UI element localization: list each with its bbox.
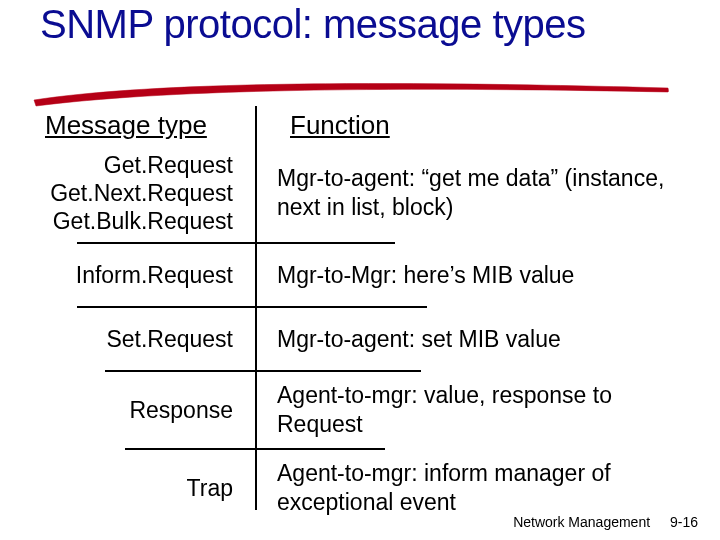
msg-func-cell: Mgr-to-agent: set MIB value (255, 325, 700, 354)
table-row: Set.Request Mgr-to-agent: set MIB value (0, 314, 720, 364)
msg-func-cell: Mgr-to-agent: “get me data” (instance, n… (255, 164, 700, 222)
page-title: SNMP protocol: message types (40, 2, 586, 47)
table-row: Trap Agent-to-mgr: inform manager of exc… (0, 456, 720, 520)
slide-footer: Network Management 9-16 (513, 514, 698, 530)
table-row: Get.RequestGet.Next.RequestGet.Bulk.Requ… (0, 150, 720, 236)
row-underline (0, 242, 720, 244)
title-underline-swoosh (32, 80, 672, 110)
header-function: Function (255, 110, 720, 141)
msg-type-cell: Trap (0, 474, 255, 502)
table-row: Response Agent-to-mgr: value, response t… (0, 378, 720, 442)
msg-type-cell: Inform.Request (0, 261, 255, 289)
row-underline (0, 448, 720, 450)
footer-chapter: Network Management (513, 514, 650, 530)
header-message-type: Message type (0, 110, 255, 141)
column-headers: Message type Function (0, 110, 720, 141)
row-underline (0, 306, 720, 308)
row-underline (0, 370, 720, 372)
msg-func-cell: Agent-to-mgr: inform manager of exceptio… (255, 459, 700, 517)
footer-page-number: 9-16 (670, 514, 698, 530)
msg-func-cell: Agent-to-mgr: value, response to Request (255, 381, 700, 439)
msg-type-cell: Response (0, 396, 255, 424)
msg-type-cell: Get.RequestGet.Next.RequestGet.Bulk.Requ… (0, 151, 255, 235)
msg-func-cell: Mgr-to-Mgr: here’s MIB value (255, 261, 700, 290)
message-table: Get.RequestGet.Next.RequestGet.Bulk.Requ… (0, 150, 720, 520)
msg-type-cell: Set.Request (0, 325, 255, 353)
table-row: Inform.Request Mgr-to-Mgr: here’s MIB va… (0, 250, 720, 300)
